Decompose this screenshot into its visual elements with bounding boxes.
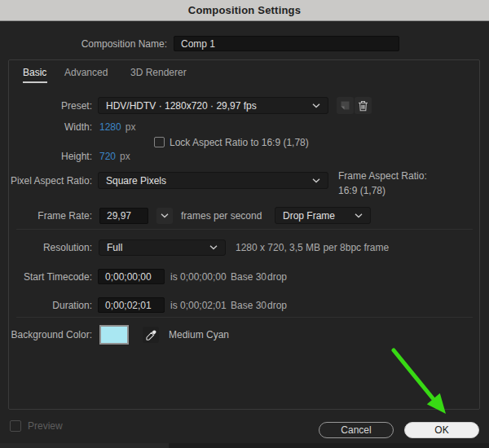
- start-timecode-label: Start Timecode:: [0, 269, 92, 284]
- resolution-info: 1280 x 720, 3,5 MB per 8bpc frame: [236, 239, 389, 256]
- preset-value: HDV/HDTV · 1280x720 · 29,97 fps: [106, 100, 257, 112]
- drop-frame-dropdown[interactable]: Drop Frame: [275, 207, 371, 224]
- duration-label: Duration:: [0, 297, 92, 313]
- tab-advanced[interactable]: Advanced: [64, 67, 108, 78]
- height-value[interactable]: 720: [99, 151, 116, 162]
- lock-aspect-checkbox[interactable]: [154, 137, 165, 147]
- preset-dropdown[interactable]: HDV/HDTV · 1280x720 · 29,97 fps: [98, 97, 328, 114]
- delete-preset-button[interactable]: [355, 97, 372, 114]
- chevron-down-icon: [312, 178, 320, 183]
- tab-3d-renderer[interactable]: 3D Renderer: [130, 67, 187, 78]
- chevron-down-icon: [209, 245, 218, 250]
- bottom-strip-left: [0, 443, 169, 448]
- composition-name-input[interactable]: Comp 1: [174, 36, 399, 51]
- duration-base: Base 30: [231, 297, 267, 313]
- duration-input[interactable]: 0;00;02;01: [98, 297, 165, 313]
- start-timecode-input[interactable]: 0;00;00;00: [98, 269, 165, 284]
- composition-name-label: Composition Name:: [0, 36, 167, 51]
- preset-label: Preset:: [0, 97, 92, 114]
- duration-drop: drop: [267, 297, 287, 313]
- eyedropper-icon: [146, 330, 156, 340]
- frame-rate-dropdown-button[interactable]: [156, 208, 173, 224]
- divider: [16, 317, 473, 318]
- lock-aspect-label: Lock Aspect Ratio to 16:9 (1,78): [170, 136, 309, 148]
- tab-basic[interactable]: Basic: [23, 67, 46, 78]
- frame-rate-label: Frame Rate:: [0, 208, 92, 224]
- preview-checkbox[interactable]: [10, 420, 21, 432]
- tab-basic-underline: [23, 81, 47, 83]
- pixel-aspect-ratio-label: Pixel Aspect Ratio:: [0, 172, 92, 189]
- chevron-down-icon: [355, 213, 363, 218]
- divider: [16, 229, 473, 230]
- start-timecode-info: is 0;00;00;00: [170, 269, 227, 284]
- width-unit: px: [126, 121, 136, 133]
- dialog-title: Composition Settings: [188, 4, 301, 16]
- pixel-aspect-ratio-value: Square Pixels: [106, 175, 166, 187]
- frame-aspect-ratio-label: Frame Aspect Ratio:: [338, 170, 427, 182]
- start-timecode-drop: drop: [267, 269, 287, 284]
- frames-per-second-label: frames per second: [181, 208, 262, 224]
- pixel-aspect-ratio-dropdown[interactable]: Square Pixels: [98, 172, 328, 189]
- width-label: Width:: [0, 121, 92, 134]
- background-color-name: Medium Cyan: [169, 325, 229, 345]
- width-value[interactable]: 1280: [99, 121, 121, 133]
- background-color-label: Background Color:: [0, 325, 92, 345]
- chevron-down-icon: [312, 103, 320, 108]
- resolution-value: Full: [107, 242, 122, 253]
- resolution-label: Resolution:: [0, 239, 92, 256]
- ok-button[interactable]: OK: [404, 422, 479, 438]
- preview-label: Preview: [28, 420, 63, 432]
- resolution-dropdown[interactable]: Full: [99, 239, 226, 256]
- trash-icon: [358, 100, 368, 112]
- bottom-strip-right: [169, 443, 489, 448]
- composition-settings-dialog: Composition Settings Composition Name: C…: [0, 0, 489, 448]
- frame-aspect-ratio-value: 16:9 (1,78): [338, 185, 385, 196]
- cancel-button[interactable]: Cancel: [319, 422, 394, 438]
- duration-info: is 0;00;02;01: [170, 297, 227, 313]
- height-label: Height:: [0, 150, 92, 163]
- title-bar: Composition Settings: [0, 0, 489, 21]
- eyedropper-button[interactable]: [143, 327, 159, 343]
- chevron-down-icon: [161, 213, 169, 218]
- drop-frame-value: Drop Frame: [283, 210, 335, 222]
- start-timecode-base: Base 30: [231, 269, 267, 284]
- background-color-swatch[interactable]: [99, 325, 129, 345]
- frame-rate-input[interactable]: 29,97: [99, 208, 148, 224]
- save-preset-button[interactable]: [337, 97, 354, 114]
- height-unit: px: [120, 151, 130, 162]
- folded-square-icon: [340, 100, 350, 111]
